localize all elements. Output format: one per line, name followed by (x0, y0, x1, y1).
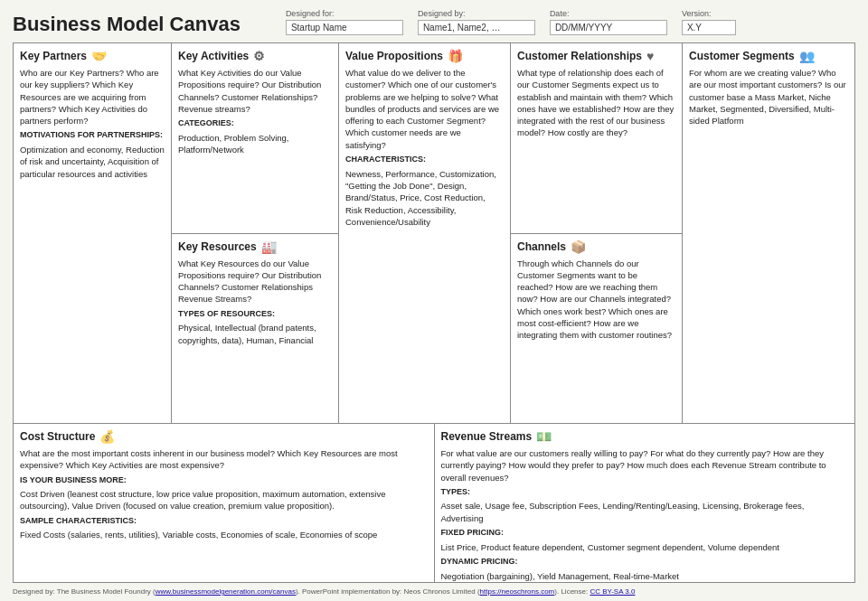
customer-relationships-icon: ♥ (646, 49, 654, 63)
value-propositions-text2: Newness, Performance, Customization, "Ge… (345, 168, 504, 228)
value-propositions-label1: CHARACTERISTICS: (345, 154, 504, 165)
customer-relationships-label: Customer Relationships (517, 50, 642, 62)
customer-relationships-cell: Customer Relationships ♥ What type of re… (511, 43, 682, 234)
revenue-streams-text2: Asset sale, Usage fee, Subscription Fees… (441, 500, 849, 524)
key-partners-text1: Who are our Key Partners? Who are our ke… (20, 67, 165, 127)
page: Business Model Canvas Designed for: Desi… (0, 0, 868, 601)
value-propositions-cell: Value Propositions 🎁 What value do we de… (339, 43, 511, 423)
key-activities-content: What Key Activities do our Value Proposi… (178, 67, 332, 155)
cost-structure-cell: Cost Structure 💰 What are the most impor… (14, 424, 435, 582)
cost-structure-title: Cost Structure 💰 (20, 429, 428, 444)
cost-structure-text2: Cost Driven (leanest cost structure, low… (20, 488, 428, 512)
designed-for-field: Designed for: (286, 9, 403, 35)
customer-segments-text1: For whom are we creating value? Who are … (689, 67, 848, 127)
canvas-top-row: Key Partners 🤝 Who are our Key Partners?… (14, 43, 854, 424)
key-partners-cell: Key Partners 🤝 Who are our Key Partners?… (14, 43, 172, 423)
designed-by-input[interactable] (418, 20, 535, 35)
key-resources-content: What Key Resources do our Value Proposit… (178, 258, 332, 346)
cost-structure-content: What are the most important costs inhere… (20, 447, 428, 544)
version-label: Version: (682, 9, 736, 18)
customer-relationships-content: What type of relationship does each of o… (517, 67, 675, 139)
revenue-streams-label3: DYNAMIC PRICING: (441, 556, 849, 568)
revenue-streams-icon: 💵 (536, 429, 552, 444)
customer-relationships-text1: What type of relationship does each of o… (517, 67, 675, 139)
cost-structure-text3: Fixed Costs (salaries, rents, utilities)… (20, 529, 428, 540)
channels-cell: Channels 📦 Through which Channels do our… (511, 234, 682, 424)
channels-icon: 📦 (571, 239, 586, 254)
date-field: Date: (550, 9, 667, 35)
cost-structure-label1: IS YOUR BUSINESS MORE: (20, 474, 428, 486)
revenue-streams-text1: For what value are our customers really … (441, 447, 849, 484)
key-activities-text1: What Key Activities do our Value Proposi… (178, 67, 332, 115)
designed-for-label: Designed for: (286, 9, 403, 18)
value-propositions-icon: 🎁 (448, 49, 463, 63)
cr-channels-column: Customer Relationships ♥ What type of re… (511, 43, 683, 423)
value-propositions-label: Value Propositions (345, 50, 443, 62)
key-resources-text2: Physical, Intellectual (brand patents, c… (178, 322, 332, 346)
key-partners-label: Key Partners (20, 50, 87, 62)
customer-relationships-title: Customer Relationships ♥ (517, 49, 675, 63)
revenue-streams-title: Revenue Streams 💵 (441, 429, 849, 444)
key-resources-title: Key Resources 🏭 (178, 239, 332, 254)
cost-structure-icon: 💰 (99, 429, 115, 444)
revenue-streams-text3: List Price, Product feature dependent, C… (441, 541, 849, 553)
customer-segments-cell: Customer Segments 👥 For whom are we crea… (683, 43, 854, 423)
page-title: Business Model Canvas (13, 14, 241, 35)
revenue-streams-content: For what value are our customers really … (441, 447, 849, 582)
customer-segments-label: Customer Segments (689, 50, 795, 62)
key-resources-icon: 🏭 (261, 239, 277, 254)
designed-by-label: Designed by: (418, 9, 535, 18)
revenue-streams-text4: Negotiation (bargaining), Yield Manageme… (441, 570, 849, 582)
footer-url1[interactable]: www.businessmodelgeneration.com/canvas (156, 587, 296, 596)
value-propositions-content: What value do we deliver to the customer… (345, 67, 504, 230)
date-input[interactable] (550, 20, 667, 35)
key-activities-icon: ⚙ (253, 49, 265, 63)
key-activities-cell: Key Activities ⚙ What Key Activities do … (172, 43, 338, 234)
value-propositions-title: Value Propositions 🎁 (345, 49, 504, 63)
header: Business Model Canvas Designed for: Desi… (13, 9, 855, 35)
value-propositions-text1: What value do we deliver to the customer… (345, 67, 504, 151)
customer-segments-content: For whom are we creating value? Who are … (689, 67, 848, 129)
footer-text3: ). License: (554, 587, 590, 596)
footer-text2: ). PowerPoint implementation by: Neos Ch… (296, 587, 480, 596)
cost-structure-label: Cost Structure (20, 430, 95, 443)
key-resources-label: Key Resources (178, 240, 257, 253)
key-resources-cell: Key Resources 🏭 What Key Resources do ou… (172, 234, 338, 424)
revenue-streams-label1: TYPES: (441, 486, 849, 498)
key-activities-title: Key Activities ⚙ (178, 49, 332, 63)
key-partners-title: Key Partners 🤝 (20, 49, 165, 63)
key-resources-text1: What Key Resources do our Value Proposit… (178, 258, 332, 305)
version-input[interactable] (682, 20, 736, 35)
key-resources-label1: TYPES OF RESOURCES: (178, 308, 332, 320)
channels-label: Channels (517, 240, 566, 253)
cost-structure-text1: What are the most important costs inhere… (20, 447, 428, 472)
key-partners-text2: Optimization and economy, Reduction of r… (20, 144, 165, 180)
channels-title: Channels 📦 (517, 239, 675, 254)
designed-by-field: Designed by: (418, 9, 535, 35)
canvas-bottom-row: Cost Structure 💰 What are the most impor… (14, 424, 854, 582)
revenue-streams-cell: Revenue Streams 💵 For what value are our… (435, 424, 855, 582)
key-activities-label1: CATEGORIES: (178, 117, 332, 129)
key-partners-icon: 🤝 (91, 49, 107, 63)
footer: Designed by: The Business Model Foundry … (13, 587, 855, 596)
designed-for-input[interactable] (286, 20, 403, 35)
key-activities-text2: Production, Problem Solving, Platform/Ne… (178, 132, 332, 156)
customer-segments-title: Customer Segments 👥 (689, 49, 848, 63)
key-activities-label: Key Activities (178, 50, 249, 62)
revenue-streams-label: Revenue Streams (441, 430, 533, 443)
version-field: Version: (682, 9, 736, 35)
footer-license[interactable]: CC BY-SA 3.0 (590, 587, 635, 596)
header-fields: Designed for: Designed by: Date: Version… (286, 9, 855, 35)
date-label: Date: (550, 9, 667, 18)
revenue-streams-label2: FIXED PRICING: (441, 527, 849, 539)
footer-url2[interactable]: https://neoschrons.com (480, 587, 555, 596)
activities-resources-column: Key Activities ⚙ What Key Activities do … (172, 43, 339, 423)
key-partners-label1: MOTIVATIONS FOR PARTNERSHIPS: (20, 129, 165, 141)
cost-structure-label2: SAMPLE CHARACTERISTICS: (20, 515, 428, 527)
channels-text1: Through which Channels do our Customer S… (517, 258, 675, 342)
canvas-grid: Key Partners 🤝 Who are our Key Partners?… (13, 42, 855, 583)
key-partners-content: Who are our Key Partners? Who are our ke… (20, 67, 165, 183)
channels-content: Through which Channels do our Customer S… (517, 258, 675, 342)
customer-segments-icon: 👥 (799, 49, 815, 63)
footer-text: Designed by: The Business Model Foundry … (13, 587, 156, 596)
